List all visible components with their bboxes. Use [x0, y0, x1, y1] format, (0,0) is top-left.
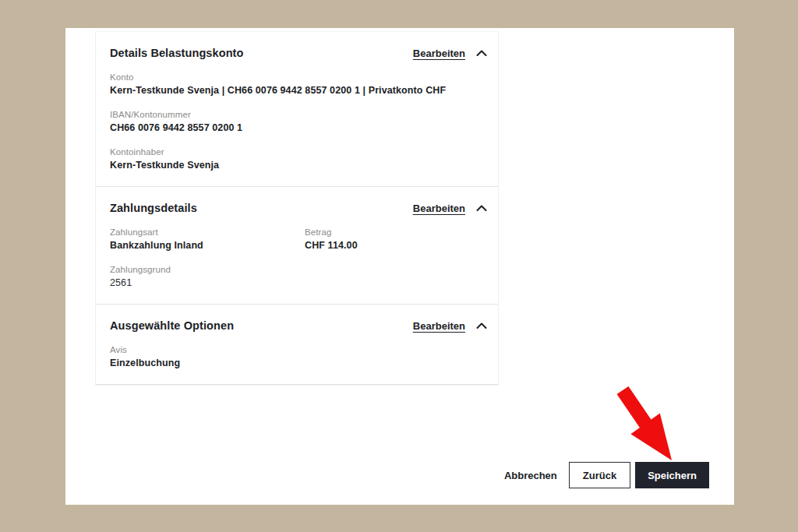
field-label: Kontoinhaber [110, 147, 488, 157]
chevron-up-icon[interactable] [475, 48, 488, 58]
section-header-actions: Bearbeiten [413, 203, 488, 214]
field-value: 2561 [110, 277, 488, 288]
field-label: IBAN/Kontonummer [110, 110, 488, 119]
section-title: Zahlungsdetails [110, 202, 197, 214]
field-value: Einzelbuchung [110, 358, 488, 368]
field-value: Kern-Testkunde Svenja | CH66 0076 9442 8… [110, 85, 488, 96]
edit-link[interactable]: Bearbeiten [413, 203, 465, 214]
section-fields: Konto Kern-Testkunde Svenja | CH66 0076 … [110, 72, 488, 171]
field-value: CH66 0076 9442 8557 0200 1 [110, 122, 488, 133]
field-label: Zahlungsgrund [110, 265, 488, 274]
section-header-actions: Bearbeiten [413, 320, 488, 332]
field-avis: Avis Einzelbuchung [110, 345, 488, 368]
field-konto: Konto Kern-Testkunde Svenja | CH66 0076 … [110, 72, 488, 96]
section-header: Zahlungsdetails Bearbeiten [110, 202, 488, 214]
chevron-up-icon[interactable] [475, 203, 488, 213]
section-title: Ausgewählte Optionen [110, 319, 234, 332]
back-button[interactable]: Zurück [569, 462, 630, 488]
cancel-button[interactable]: Abbrechen [504, 462, 557, 488]
section-fields: Zahlungsart Bankzahlung Inland Betrag CH… [110, 227, 488, 288]
section-debit-account: Details Belastungskonto Bearbeiten Konto… [96, 32, 498, 187]
field-row: Zahlungsart Bankzahlung Inland Betrag CH… [110, 227, 488, 265]
field-value: Bankzahlung Inland [110, 240, 305, 251]
section-title: Details Belastungskonto [110, 47, 244, 59]
field-value: Kern-Testkunde Svenja [110, 160, 488, 171]
field-value: CHF 114.00 [305, 240, 488, 251]
field-iban: IBAN/Kontonummer CH66 0076 9442 8557 020… [110, 110, 488, 133]
field-label: Avis [110, 345, 488, 354]
summary-accordion: Details Belastungskonto Bearbeiten Konto… [95, 31, 499, 386]
section-selected-options: Ausgewählte Optionen Bearbeiten Avis Ein… [96, 305, 498, 385]
edit-link[interactable]: Bearbeiten [413, 48, 465, 59]
field-kontoinhaber: Kontoinhaber Kern-Testkunde Svenja [110, 147, 488, 171]
chevron-up-icon[interactable] [475, 321, 488, 330]
field-label: Betrag [305, 227, 488, 237]
field-betrag: Betrag CHF 114.00 [305, 227, 488, 263]
section-header-actions: Bearbeiten [413, 48, 488, 59]
section-header: Ausgewählte Optionen Bearbeiten [110, 319, 488, 332]
field-label: Zahlungsart [110, 227, 305, 237]
field-label: Konto [110, 72, 488, 82]
section-payment-details: Zahlungsdetails Bearbeiten Zahlungsart B… [96, 187, 498, 305]
page-background: Details Belastungskonto Bearbeiten Konto… [0, 0, 798, 532]
action-bar: Abbrechen Zurück Speichern [504, 462, 709, 488]
edit-link[interactable]: Bearbeiten [413, 320, 465, 332]
field-zahlungsgrund: Zahlungsgrund 2561 [110, 265, 488, 288]
section-fields: Avis Einzelbuchung [110, 345, 488, 368]
field-zahlungsart: Zahlungsart Bankzahlung Inland [110, 227, 305, 251]
save-button[interactable]: Speichern [635, 462, 709, 488]
section-header: Details Belastungskonto Bearbeiten [110, 47, 488, 59]
payment-summary-card: Details Belastungskonto Bearbeiten Konto… [65, 28, 734, 505]
